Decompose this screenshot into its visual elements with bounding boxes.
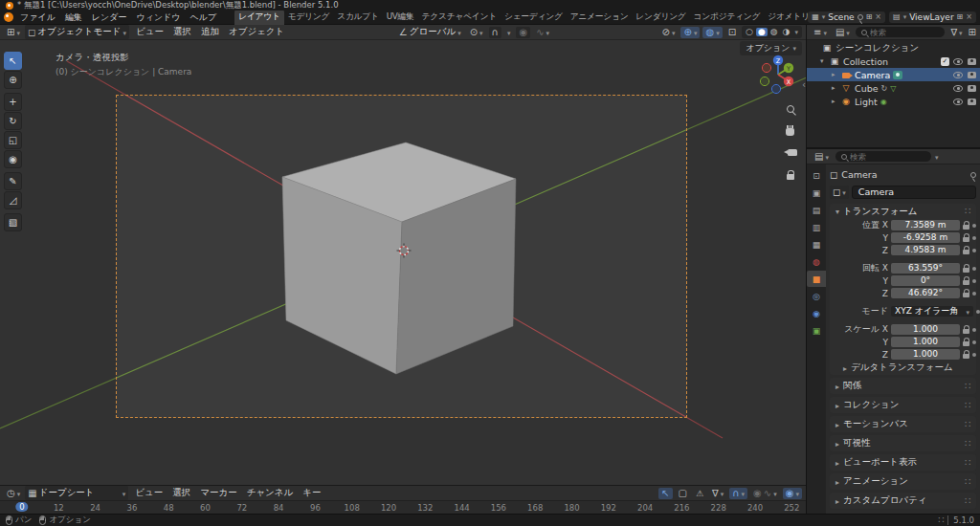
tool-select-box[interactable]: ↖ — [4, 52, 22, 70]
tool-scale[interactable]: ◱ — [4, 131, 22, 149]
gizmos-dropdown[interactable] — [680, 27, 700, 38]
object-name-field[interactable]: Camera — [852, 186, 976, 199]
snap-toggle[interactable] — [489, 27, 501, 38]
autokey-dropdown[interactable] — [783, 488, 802, 499]
frame-number[interactable]: 96 — [310, 503, 321, 513]
viewlayer-selector[interactable]: ViewLayer — [889, 11, 976, 23]
outliner-row-scene-collection[interactable]: シーンコレクション ✓ — [807, 41, 980, 55]
frame-number[interactable]: 0 — [15, 502, 28, 512]
gizmo-neg-x-axis[interactable] — [762, 63, 770, 72]
proportional-edit-toggle[interactable] — [516, 27, 530, 38]
value-field[interactable]: 4.9583 m — [891, 245, 960, 255]
workspace-tab[interactable]: ジオメトリノード — [764, 11, 808, 25]
proportional-falloff-dropdown[interactable] — [533, 27, 552, 38]
workspace-tab[interactable]: スカルプト — [333, 11, 383, 25]
remove-viewlayer-icon[interactable] — [966, 13, 972, 21]
id-type-dropdown[interactable] — [830, 186, 849, 199]
frame-number[interactable]: 156 — [491, 503, 506, 513]
outliner-row-camera[interactable]: ▸ Camera ✓ — [807, 68, 980, 81]
tool-cursor[interactable]: ⊕ — [4, 71, 22, 89]
zoom-button[interactable] — [783, 101, 797, 116]
object-label[interactable]: Light — [855, 97, 878, 107]
frame-number[interactable]: 108 — [345, 503, 360, 513]
outliner-row-collection[interactable]: ▾ Collection ✓ — [807, 55, 980, 68]
collapsed-panel[interactable]: コレクション — [830, 397, 976, 413]
value-field[interactable]: 63.559° — [891, 263, 960, 274]
dopesheet-menu-item[interactable]: ビュー — [130, 486, 167, 500]
outliner-row-light[interactable]: ▸ Light ✓ — [807, 95, 980, 108]
pan-button[interactable] — [783, 123, 797, 138]
hide-eye-icon[interactable] — [953, 85, 963, 92]
workspace-tab[interactable]: コンポジティング — [690, 11, 765, 25]
frame-number[interactable]: 228 — [711, 503, 726, 513]
expand-toggle[interactable]: ▸ — [832, 71, 840, 78]
tab-data[interactable]: ▣ — [807, 322, 826, 339]
outliner-search-input[interactable] — [870, 28, 940, 37]
frame-number[interactable]: 12 — [54, 503, 64, 513]
object-label[interactable]: シーンコレクション — [835, 42, 919, 55]
dopesheet-menu-item[interactable]: チャンネル — [242, 486, 299, 500]
value-field[interactable]: 0° — [891, 275, 960, 286]
workspace-tab[interactable]: テクスチャペイント — [418, 11, 501, 25]
lock-icon[interactable] — [963, 341, 969, 346]
disable-render-icon[interactable] — [968, 99, 976, 105]
frame-number[interactable]: 240 — [747, 503, 763, 513]
snap-keys-dropdown[interactable] — [729, 488, 747, 499]
panel-options-icon[interactable] — [965, 439, 970, 449]
tab-constraints[interactable]: ◎ — [807, 288, 826, 304]
frame-number[interactable]: 132 — [417, 503, 433, 513]
frame-number[interactable]: 84 — [274, 503, 284, 513]
navigation-gizmo[interactable]: Z Y X — [756, 53, 800, 97]
value-field[interactable]: 1.000 — [891, 349, 960, 360]
viewport-menu-item[interactable]: 選択 — [168, 25, 196, 39]
tool-add-cube[interactable]: ▧ — [4, 213, 22, 231]
blender-menu-icon[interactable] — [4, 12, 13, 22]
tool-transform[interactable]: ◉ — [4, 150, 22, 168]
lock-icon[interactable] — [963, 293, 969, 297]
menu-item[interactable]: 編集 — [60, 11, 87, 25]
lock-icon[interactable] — [963, 225, 969, 230]
timeline-ruler[interactable]: 0122436486072849610812013214415616818019… — [0, 500, 806, 514]
viewport-canvas[interactable]: ↖⊕+↻◱◉✎◿▧ カメラ・透視投影 (0) シーンコレクション | Camer… — [0, 40, 806, 485]
value-field[interactable]: -6.9258 m — [891, 232, 960, 243]
animate-dot[interactable] — [972, 328, 976, 332]
frame-number[interactable]: 180 — [564, 503, 579, 513]
panel-options-icon[interactable] — [965, 382, 970, 391]
transform-panel-header[interactable]: トランスフォーム — [830, 204, 976, 219]
breadcrumb-object-name[interactable]: Camera — [841, 169, 877, 180]
panel-options-icon[interactable] — [965, 420, 970, 429]
shading-solid-button[interactable] — [756, 28, 768, 36]
properties-options-dropdown[interactable] — [935, 152, 939, 162]
tool-rotate[interactable]: ↻ — [4, 112, 22, 130]
hide-eye-icon[interactable] — [953, 99, 963, 105]
delta-transform-subpanel[interactable]: デルタトランスフォーム — [830, 361, 976, 375]
value-field[interactable]: 7.3589 m — [891, 220, 960, 230]
dopesheet-editor-type-button[interactable] — [4, 488, 23, 499]
dopesheet-mode-dropdown[interactable]: ドープシート — [25, 486, 128, 500]
tab-tool[interactable]: ⊡ — [807, 167, 826, 184]
only-selected-toggle[interactable] — [658, 488, 672, 499]
collapsed-panel[interactable]: 可視性 — [830, 435, 976, 451]
shading-dropdown[interactable] — [792, 28, 800, 36]
collapsed-panel[interactable]: モーションパス — [830, 416, 976, 432]
collapsed-panel[interactable]: ビューポート表示 — [830, 454, 976, 471]
expand-toggle[interactable]: ▾ — [820, 57, 829, 65]
menu-item[interactable]: ウィンドウ — [131, 11, 185, 25]
hide-eye-icon[interactable] — [953, 58, 963, 65]
lock-icon[interactable] — [963, 268, 969, 273]
outliner-search[interactable] — [856, 27, 946, 37]
lock-icon[interactable] — [963, 280, 969, 285]
cube-object[interactable] — [282, 142, 516, 374]
frame-number[interactable]: 48 — [164, 503, 174, 513]
frame-number[interactable]: 60 — [200, 503, 211, 513]
panel-options-icon[interactable] — [965, 496, 970, 506]
new-viewlayer-icon[interactable] — [957, 13, 964, 21]
lock-view-button[interactable] — [783, 167, 797, 182]
value-field[interactable]: 1.000 — [891, 337, 960, 347]
animate-dot[interactable] — [972, 267, 976, 271]
panel-options-icon[interactable] — [965, 207, 970, 216]
frame-number[interactable]: 144 — [454, 503, 469, 513]
gizmo-neg-y-axis[interactable] — [760, 77, 768, 85]
overlays-dropdown[interactable] — [702, 27, 722, 38]
tab-physics[interactable]: ◉ — [807, 305, 826, 321]
